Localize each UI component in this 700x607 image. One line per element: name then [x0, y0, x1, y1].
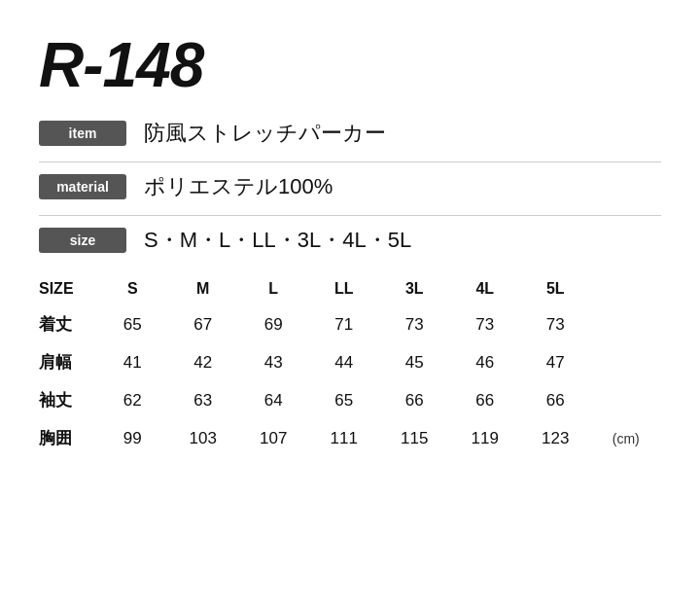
- table-cell: 45: [379, 343, 450, 381]
- table-cell: 44: [309, 343, 380, 381]
- table-cell: 41: [97, 343, 168, 381]
- table-row: 胸囲99103107111115119123(cm): [39, 419, 661, 457]
- size-text: S・M・L・LL・3L・4L・5L: [144, 226, 411, 255]
- table-cell: 66: [379, 381, 450, 419]
- table-cell: 42: [168, 343, 239, 381]
- item-text: 防風ストレッチパーカー: [144, 119, 386, 148]
- table-cell: 123: [520, 419, 591, 457]
- material-row: material ポリエステル100%: [39, 172, 661, 201]
- table-cell: 115: [379, 419, 450, 457]
- table-cell: 67: [168, 305, 239, 343]
- table-cell: 99: [97, 419, 168, 457]
- size-row: size S・M・L・LL・3L・4L・5L: [39, 226, 661, 255]
- material-badge: material: [39, 174, 126, 199]
- table-cell: 73: [450, 305, 521, 343]
- table-cell: 73: [379, 305, 450, 343]
- table-cell: 111: [309, 419, 380, 457]
- material-text: ポリエステル100%: [144, 172, 332, 201]
- product-title: R-148: [39, 29, 661, 101]
- row-label: 袖丈: [39, 381, 97, 419]
- table-header: 3L: [379, 272, 450, 305]
- table-header: 4L: [450, 272, 521, 305]
- unit-label: (cm): [591, 419, 662, 457]
- table-cell: 107: [238, 419, 309, 457]
- item-row: item 防風ストレッチパーカー: [39, 119, 661, 148]
- row-label: 胸囲: [39, 419, 97, 457]
- item-badge: item: [39, 121, 126, 146]
- table-header: L: [238, 272, 309, 305]
- table-cell: 69: [238, 305, 309, 343]
- table-cell: 64: [238, 381, 309, 419]
- table-cell: 65: [309, 381, 380, 419]
- size-badge: size: [39, 228, 126, 253]
- table-cell: 47: [520, 343, 591, 381]
- table-cell: 63: [168, 381, 239, 419]
- table-cell: 43: [238, 343, 309, 381]
- size-table: SIZESMLLL3L4L5L着丈65676971737373肩幅4142434…: [39, 272, 661, 457]
- table-cell: 73: [520, 305, 591, 343]
- divider-1: [39, 161, 661, 162]
- table-header: M: [168, 272, 239, 305]
- table-header: LL: [309, 272, 380, 305]
- table-row: 肩幅41424344454647: [39, 343, 661, 381]
- table-cell: 119: [450, 419, 521, 457]
- table-cell: 71: [309, 305, 380, 343]
- table-header: S: [97, 272, 168, 305]
- row-label: 着丈: [39, 305, 97, 343]
- table-cell: 66: [520, 381, 591, 419]
- row-label: 肩幅: [39, 343, 97, 381]
- table-cell: 46: [450, 343, 521, 381]
- divider-2: [39, 215, 661, 216]
- table-row: 袖丈62636465666666: [39, 381, 661, 419]
- table-cell: 65: [97, 305, 168, 343]
- table-cell: 103: [168, 419, 239, 457]
- table-cell: 62: [97, 381, 168, 419]
- table-row: 着丈65676971737373: [39, 305, 661, 343]
- table-header: 5L: [520, 272, 591, 305]
- table-cell: 66: [450, 381, 521, 419]
- table-header: SIZE: [39, 272, 97, 305]
